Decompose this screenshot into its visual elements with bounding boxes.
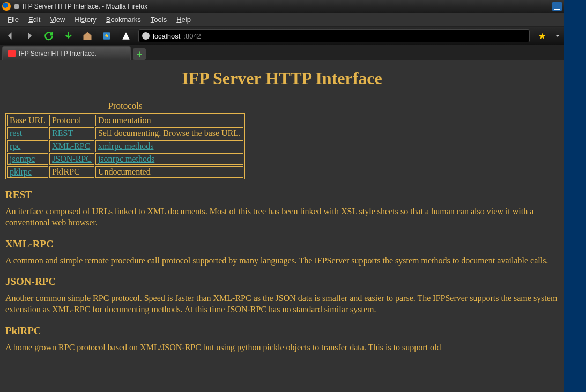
reload-button[interactable]: [42, 29, 56, 43]
table-row: pklrpcPklRPCUndocumented: [7, 166, 243, 178]
tab-favicon-icon: [8, 50, 16, 57]
window-title: IFP Server HTTP Interface. - Mozilla Fir…: [23, 3, 147, 10]
menu-edit[interactable]: Edit: [24, 14, 44, 25]
cell-protocol: PklRPC: [49, 166, 94, 178]
url-bar[interactable]: localhost:8042: [138, 29, 530, 42]
titlebar[interactable]: IFP Server HTTP Interface. - Mozilla Fir…: [0, 0, 564, 13]
forward-button[interactable]: [23, 29, 36, 43]
page-content: IFP Server HTTP Interface Protocols Base…: [0, 60, 564, 392]
firefox-icon: [2, 2, 11, 11]
bookmark-star-button[interactable]: ★: [535, 29, 549, 43]
th-protocol: Protocol: [49, 115, 94, 126]
table-row: rpcXML-RPCxmlrpc methods: [7, 140, 243, 152]
text-jsonrpc: Another common simple RPC protocol. Spee…: [5, 293, 559, 315]
link-baseurl[interactable]: rpc: [10, 141, 20, 150]
window-decoration-icon[interactable]: [14, 4, 19, 9]
link-protocol[interactable]: JSON-RPC: [52, 154, 92, 163]
bookmarks-button[interactable]: [100, 29, 114, 43]
heading-jsonrpc: JSON-RPC: [5, 276, 559, 288]
table-row: restRESTSelf documenting. Browse the bas…: [7, 127, 243, 139]
url-host: localhost: [153, 32, 180, 40]
text-pklrpc: A home grown RPC protocol based on XML/J…: [5, 342, 559, 353]
th-documentation: Documentation: [95, 115, 243, 126]
heading-rest: REST: [5, 189, 559, 201]
menu-tools[interactable]: Tools: [146, 14, 171, 25]
menu-bookmarks[interactable]: Bookmarks: [102, 14, 145, 25]
tab-title: IFP Server HTTP Interface.: [19, 50, 97, 57]
link-baseurl[interactable]: rest: [10, 129, 22, 138]
new-tab-button[interactable]: +: [133, 48, 146, 60]
menu-history[interactable]: History: [70, 14, 100, 25]
menu-file[interactable]: File: [3, 14, 23, 25]
table-caption: Protocols: [5, 99, 245, 113]
text-xmlrpc: A common and simple remote procedure cal…: [5, 255, 559, 267]
home-button[interactable]: [80, 29, 94, 43]
dropdown-icon[interactable]: [554, 29, 561, 43]
site-identity-icon[interactable]: [142, 32, 150, 40]
th-base: Base URL: [7, 115, 48, 126]
menu-help[interactable]: Help: [172, 14, 195, 25]
text-rest: An iterface composed of URLs linked to X…: [5, 206, 559, 229]
back-button[interactable]: [3, 29, 17, 43]
cell-documentation: Self documenting. Browse the base URL.: [95, 127, 243, 139]
link-documentation[interactable]: jsonrpc methods: [98, 154, 154, 163]
toolbar: localhost:8042 ★: [0, 27, 564, 45]
protocols-table: Protocols Base URL Protocol Documentatio…: [5, 99, 245, 179]
link-protocol[interactable]: XML-RPC: [52, 141, 90, 150]
menubar: File Edit View History Bookmarks Tools H…: [0, 13, 564, 27]
download-button[interactable]: [61, 29, 75, 43]
link-baseurl[interactable]: pklrpc: [10, 167, 32, 176]
link-protocol[interactable]: REST: [52, 129, 73, 138]
link-documentation[interactable]: xmlrpc methods: [98, 141, 154, 150]
table-header-row: Base URL Protocol Documentation: [7, 115, 243, 126]
heading-xmlrpc: XML-RPC: [5, 238, 559, 250]
cell-documentation: Undocumented: [95, 166, 243, 178]
menu-view[interactable]: View: [46, 14, 69, 25]
firefox-window: IFP Server HTTP Interface. - Mozilla Fir…: [0, 0, 564, 392]
page-title: IFP Server HTTP Interface: [5, 69, 559, 88]
minimize-button[interactable]: [552, 2, 562, 11]
table-row: jsonrpcJSON-RPCjsonrpc methods: [7, 153, 243, 165]
heading-pklrpc: PklRPC: [5, 325, 559, 337]
tab-bar: IFP Server HTTP Interface. +: [0, 45, 564, 60]
tab-active[interactable]: IFP Server HTTP Interface.: [2, 46, 131, 60]
addon-button[interactable]: [119, 29, 133, 43]
url-port: :8042: [183, 32, 201, 40]
link-baseurl[interactable]: jsonrpc: [10, 154, 35, 163]
